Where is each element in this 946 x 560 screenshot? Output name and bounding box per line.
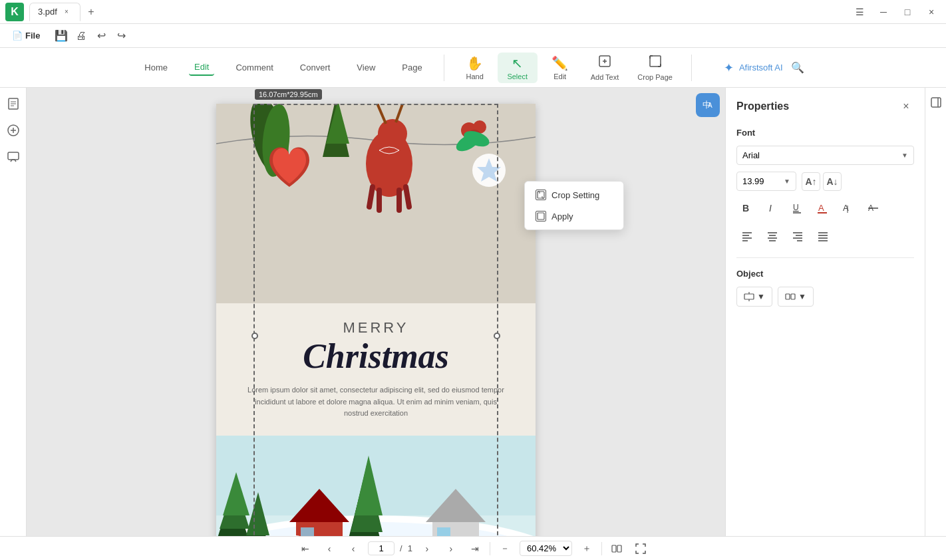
bold-button[interactable]: B [736,198,758,219]
font-select-row: Arial ▼ [736,146,914,165]
underline-button[interactable]: U [787,198,808,219]
nav-view[interactable]: View [351,60,381,75]
panel-title: Properties [736,100,789,112]
right-panel-toggle[interactable] [927,93,945,112]
tool-add-text[interactable]: Add Text [583,51,627,84]
fit-page-button[interactable] [607,539,626,558]
next-page-button[interactable]: › [418,539,436,558]
svg-text:U: U [793,203,799,212]
sidebar-comment-button[interactable] [3,146,24,168]
tool-crop-page[interactable]: Crop Page [629,51,681,84]
file-menu[interactable]: 📄 File [5,28,47,43]
align-center-button[interactable] [762,225,783,247]
toolbar-tools: ✋ Hand ↖ Select ✏️ Edit Add Text [450,51,686,84]
nav-home[interactable]: Home [139,60,173,75]
font-size-select[interactable]: 13.99 ▼ [736,172,796,191]
first-page-button[interactable]: ⇤ [296,539,315,558]
app-logo: K [5,3,24,21]
save-button[interactable]: 💾 [52,27,71,45]
titlebar: K 3.pdf × + ☰ ─ □ × [0,0,946,24]
window-minimize-button[interactable]: ─ [874,3,893,21]
prev-page-button-2[interactable]: ‹ [344,539,363,558]
pdf-text-area: MERRY Christmas Lorem ipsum dolor sit am… [216,303,536,436]
menu-icons: 💾 🖨 ↩ ↪ [52,27,130,45]
sidebar-page-thumbnail[interactable] [3,93,24,114]
italic-button[interactable]: I [762,198,783,219]
align-left-button[interactable] [736,225,758,247]
christmas-text: Christmas [243,339,509,374]
tool-select[interactable]: ↖ Select [498,53,538,83]
undo-button[interactable]: ↩ [92,27,110,45]
svg-line-28 [406,187,409,207]
main-content: Crop Setting Apply 16.07cm*29.95cm [0,88,946,536]
font-size-increase-button[interactable]: A↑ [802,172,820,191]
merry-text: MERRY [243,319,509,337]
text-color-button[interactable]: A [812,198,834,219]
align-object-button[interactable]: ▼ [736,287,772,307]
canvas-area[interactable]: Crop Setting Apply 16.07cm*29.95cm [27,88,725,536]
svg-rect-109 [612,545,616,552]
redo-button[interactable]: ↪ [112,27,130,45]
panel-close-button[interactable]: × [898,98,914,114]
window-maximize-button[interactable]: □ [898,3,917,21]
strikethrough-button[interactable]: A [863,198,884,219]
translate-button[interactable]: 中 A [696,93,720,117]
align-justify-button[interactable] [812,225,834,247]
nav-comment[interactable]: Comment [230,60,278,75]
svg-rect-66 [437,527,450,536]
tab-close-button[interactable]: × [61,7,72,17]
crop-dropdown-menu: Crop Setting Apply [524,181,624,230]
sidebar-add-button[interactable] [3,120,24,141]
distribute-object-button[interactable]: ▼ [778,287,814,307]
page-input[interactable] [368,541,394,555]
svg-rect-3 [650,56,661,67]
zoom-out-button[interactable]: － [496,539,514,558]
last-page-button[interactable]: ⇥ [466,539,484,558]
svg-rect-56 [301,527,314,536]
nav-page[interactable]: Page [396,60,427,75]
apply-item[interactable]: Apply [525,206,623,227]
tool-hand[interactable]: ✋ Hand [455,53,495,83]
font-size-buttons: A↑ A↓ [802,172,842,191]
toolbar: Home Edit Comment Convert View Page ✋ Ha… [0,48,946,88]
add-tab-button[interactable]: + [83,4,99,20]
print-button[interactable]: 🖨 [72,27,90,45]
panel-divider [736,257,914,258]
crop-setting-item[interactable]: Crop Setting [525,184,623,206]
window-close-button[interactable]: × [922,3,941,21]
right-icon-panel [925,88,946,536]
tab-3pdf[interactable]: 3.pdf × [29,3,80,21]
svg-rect-105 [786,294,790,299]
font-section-title: Font [736,128,914,138]
window-controls: ☰ ─ □ × [850,3,941,21]
properties-panel: Properties × Font Arial ▼ 13.99 ▼ A↑ A↓ [725,88,925,536]
svg-point-24 [378,119,407,148]
edit-icon: ✏️ [552,55,568,71]
next-page-button-2[interactable]: › [442,539,460,558]
nav-convert[interactable]: Convert [295,60,336,75]
menubar: 📄 File 💾 🖨 ↩ ↪ [0,24,946,48]
font-select-arrow: ▼ [901,152,908,159]
text-format-button[interactable]: A [838,198,859,219]
object-section-title: Object [736,269,914,279]
font-name-select[interactable]: Arial ▼ [736,146,914,165]
zoom-in-button[interactable]: ＋ [577,539,596,558]
fullscreen-button[interactable] [631,539,650,558]
object-tools: ▼ ▼ [736,287,914,307]
bottombar: ⇤ ‹ ‹ / 1 › › ⇥ － 60.42% 50% 75% 100% ＋ [0,536,946,560]
lorem-text: Lorem ipsum dolor sit amet, consectetur … [243,384,509,420]
svg-text:I: I [769,203,772,213]
zoom-select[interactable]: 60.42% 50% 75% 100% [520,541,572,556]
hand-icon: ✋ [466,55,483,71]
font-size-decrease-button[interactable]: A↓ [823,172,842,191]
window-menu-button[interactable]: ☰ [850,3,869,21]
svg-text:A: A [843,203,849,213]
panel-header: Properties × [736,98,914,114]
align-right-button[interactable] [787,225,808,247]
prev-page-button[interactable]: ‹ [320,539,339,558]
tool-edit[interactable]: ✏️ Edit [540,53,580,83]
crop-setting-icon [536,190,546,200]
svg-rect-15 [8,152,19,160]
search-button[interactable]: 🔍 [788,59,807,77]
nav-edit[interactable]: Edit [189,59,214,76]
